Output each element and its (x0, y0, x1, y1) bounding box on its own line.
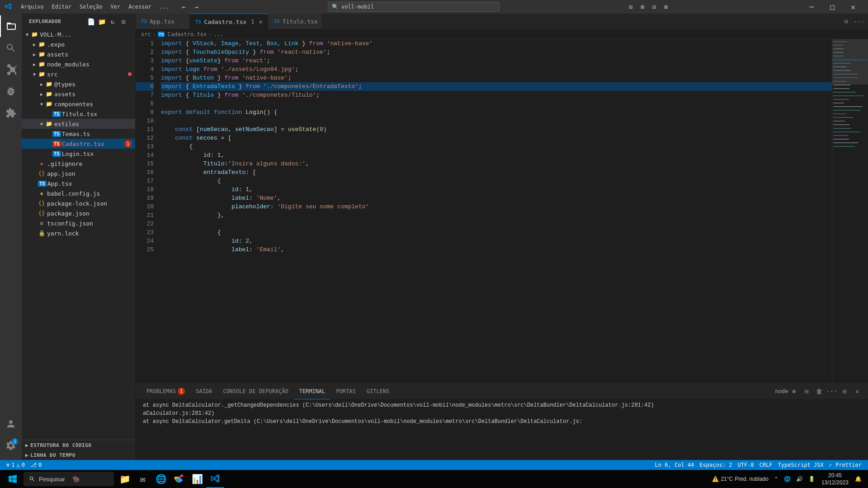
close-button[interactable]: ✕ (843, 0, 863, 14)
tree-item-componentes[interactable]: ▼ 📁 componentes (22, 99, 135, 109)
panel-tab-gitlens[interactable]: GITLENS (361, 384, 395, 399)
systray-chevron[interactable]: ⌃ (771, 470, 781, 488)
tree-item-assets[interactable]: ▶ 📁 assets (22, 49, 135, 59)
menu-editar[interactable]: Editar (48, 3, 75, 11)
tree-item-login[interactable]: ▶ TS Login.tsx (22, 149, 135, 159)
nav-back-button[interactable]: ← (178, 2, 189, 11)
panel-tab-terminal[interactable]: TERMINAL (294, 384, 331, 399)
systray-battery[interactable]: 🔋 (806, 470, 818, 488)
taskbar-mail[interactable]: ✉️ (134, 470, 152, 488)
activity-git[interactable] (0, 59, 22, 80)
tree-item-temas[interactable]: ▶ TS Temas.ts (22, 129, 135, 139)
code-line-17[interactable]: { (161, 177, 832, 185)
windows-search[interactable]: Pesquisar 🦬 (24, 472, 114, 486)
breadcrumb-more[interactable]: ... (213, 31, 223, 38)
taskbar-vscode[interactable] (206, 470, 224, 488)
split-editor-button[interactable]: ⊟ (841, 16, 852, 27)
code-line-3[interactable]: import {useState} from 'react'; (161, 56, 832, 65)
code-line-10[interactable] (161, 117, 832, 125)
layout-btn-3[interactable]: ⊡ (649, 2, 660, 11)
panel-tab-problems[interactable]: PROBLEMAS 1 (141, 384, 190, 399)
new-file-button[interactable]: 📄 (86, 17, 95, 26)
code-line-6[interactable]: import { EntradaTexto } from './componet… (161, 82, 832, 91)
win-clock[interactable]: 20:45 13/12/2023 (818, 472, 852, 486)
code-line-20[interactable]: placeholder: 'Digite seu nome completo' (161, 202, 832, 211)
code-line-18[interactable]: id: 1, (161, 185, 832, 194)
taskbar-explorer[interactable]: 📁 (116, 470, 134, 488)
menu-ver[interactable]: Ver (107, 3, 124, 11)
panel-close-button[interactable]: ✕ (852, 386, 863, 397)
tree-item-gitignore[interactable]: ▶ ◈ .gitignore (22, 159, 135, 169)
minimize-button[interactable]: ─ (801, 0, 822, 14)
activity-settings[interactable]: 1 (0, 435, 22, 456)
tree-item-tsconfig[interactable]: ▶ ⚙ tsconfig.json (22, 218, 135, 228)
systray-sound[interactable]: 🔊 (793, 470, 806, 488)
code-line-8[interactable] (161, 99, 832, 108)
code-line-22[interactable] (161, 220, 832, 228)
breadcrumb-file[interactable]: Cadastro.tsx (167, 31, 207, 38)
status-encoding[interactable]: UTF-8 (735, 460, 757, 470)
menu-selecao[interactable]: Seleção (76, 3, 106, 11)
systray-warning[interactable]: ⚠️ 21°C Pred. nublado (709, 470, 771, 488)
panel-more-button[interactable]: ··· (826, 386, 837, 397)
split-terminal-button[interactable]: ⊟ (801, 386, 812, 397)
tree-item-appjson[interactable]: ▶ {} app.json (22, 169, 135, 178)
status-git[interactable]: ⎇ 0 (28, 460, 44, 470)
tree-item-src[interactable]: ▼ 📁 src (22, 69, 135, 79)
menu-more[interactable]: ... (156, 3, 173, 11)
code-line-1[interactable]: import { VStack, Image, Text, Box, Link … (161, 39, 832, 48)
sidebar-estrutura[interactable]: ▶ ESTRUTURA DO CÓDIGO (22, 440, 135, 450)
tree-root[interactable]: ▼ 📁 VOLL-M... (22, 29, 135, 39)
code-line-14[interactable]: id: 1, (161, 151, 832, 160)
code-line-12[interactable]: const secoes = [ (161, 134, 832, 142)
activity-debug[interactable] (0, 80, 22, 102)
tree-item-titulo[interactable]: ▶ TS Titulo.tsx (22, 109, 135, 119)
kill-terminal-button[interactable]: 🗑 (814, 386, 825, 397)
panel-tab-portas[interactable]: PORTAS (330, 384, 361, 399)
code-line-11[interactable]: const [numSecao, setNumSecao] = useState… (161, 125, 832, 134)
activity-account[interactable] (0, 413, 22, 435)
code-line-7[interactable]: import { Titulo } from './componetes/Tit… (161, 91, 832, 99)
tree-item-pkglock[interactable]: ▶ {} package-lock.json (22, 198, 135, 208)
nav-forward-button[interactable]: → (191, 2, 202, 11)
activity-extensions[interactable] (0, 102, 22, 124)
taskbar-grid[interactable]: 📊 (188, 470, 206, 488)
taskbar-edge[interactable]: 🌐 (152, 470, 170, 488)
tree-item-cadastro[interactable]: ▶ TS Cadastro.tsx 1 (22, 139, 135, 149)
status-formatter[interactable]: ✓ Prettier (826, 460, 864, 470)
code-line-21[interactable]: }, (161, 211, 832, 220)
code-line-15[interactable]: Titulo:'Insira alguns dados:', (161, 160, 832, 168)
tab-app[interactable]: TS App.tsx (136, 14, 190, 29)
tree-item-assets2[interactable]: ▶ 📁 assets (22, 89, 135, 99)
code-line-23[interactable]: { (161, 228, 832, 237)
activity-search[interactable] (0, 37, 22, 59)
tree-item-node-modules[interactable]: ▶ 📁 node_modules (22, 59, 135, 69)
more-actions-button[interactable]: ··· (854, 16, 864, 27)
tree-item-apptsx[interactable]: ▶ TS App.tsx (22, 178, 135, 188)
tree-item-types[interactable]: ▶ 📁 @types (22, 79, 135, 89)
collapse-all-button[interactable]: ⊡ (119, 17, 128, 26)
menu-arquivo[interactable]: Arquivo (17, 3, 47, 11)
code-line-5[interactable]: import { Button } from 'native-base'; (161, 74, 832, 82)
maximize-button[interactable]: □ (822, 0, 843, 14)
tree-item-pkg[interactable]: ▶ {} package.json (22, 208, 135, 218)
new-folder-button[interactable]: 📁 (97, 17, 106, 26)
tree-item-expo[interactable]: ▶ 📁 .expo (22, 39, 135, 49)
code-line-16[interactable]: entradaTexto: [ (161, 168, 832, 177)
layout-btn-2[interactable]: ⊞ (637, 2, 648, 11)
code-line-19[interactable]: label: 'Nome', (161, 194, 832, 202)
panel-tab-console[interactable]: CONSOLE DE DEPURAÇÃO (217, 384, 294, 399)
layout-btn-4[interactable]: ⊞ (660, 2, 671, 11)
panel-tab-saida[interactable]: SAÍDA (190, 384, 217, 399)
tab-cadastro[interactable]: TS Cadastro.tsx 1 ✕ (190, 14, 268, 29)
search-box[interactable]: 🔍 voll-mobil (328, 2, 500, 12)
systray-notification[interactable]: 🔔 (852, 470, 864, 488)
taskbar-chrome[interactable] (170, 470, 188, 488)
code-line-2[interactable]: import { TouchableOpacity } from 'react-… (161, 48, 832, 56)
activity-explorer[interactable] (0, 15, 22, 37)
systray-network[interactable]: 🌐 (781, 470, 793, 488)
new-terminal-button[interactable]: ⊕ (788, 386, 799, 397)
status-eol[interactable]: CRLF (757, 460, 775, 470)
code-line-13[interactable]: { (161, 142, 832, 151)
code-line-25[interactable]: label: 'Email', (161, 245, 832, 254)
